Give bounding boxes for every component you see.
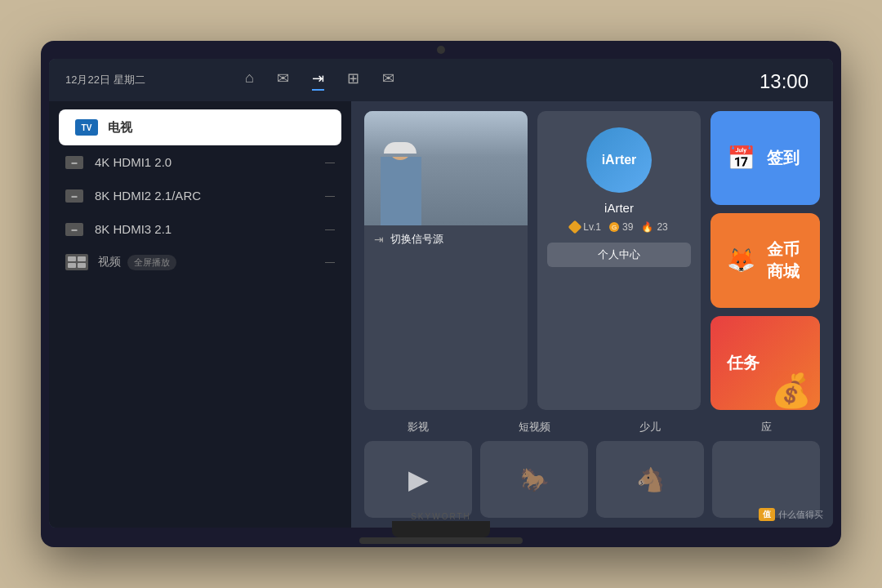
profile-card: iArter iArter Lv.1 G 39 [537, 111, 701, 410]
stat-level: Lv.1 [570, 221, 601, 233]
screen-content: 12月22日 星期二 ⌂ ✉ ⇥ ⊞ ✉ 13:00 [49, 59, 833, 528]
tv-camera [437, 46, 445, 54]
category-short-video[interactable]: 短视频 🐎 [480, 420, 588, 518]
checkin-label: 签到 [767, 147, 800, 169]
stat-coins: G 39 [609, 221, 633, 233]
source-preview [364, 111, 528, 225]
movies-card: ▶ [364, 441, 472, 518]
video-label: 视频 [98, 255, 121, 270]
watermark-badge: 值 [759, 508, 775, 521]
category-apps[interactable]: 应 [712, 420, 820, 518]
short-video-card: 🐎 [480, 441, 588, 518]
video-label-group: 视频 全屏播放 [98, 255, 325, 270]
video-grid-icon [65, 254, 88, 270]
sidebar-item-tv[interactable]: TV 电视 [59, 109, 341, 145]
sidebar-item-hdmi2[interactable]: ▬ 8K HDMI2 2.1/ARC — [49, 179, 351, 212]
movies-icon: ▶ [408, 464, 429, 495]
home-icon[interactable]: ⌂ [245, 69, 254, 91]
watermark: 值 什么值得买 [759, 508, 823, 521]
sidebar: TV 电视 ▬ 4K HDMI1 2.0 — ▬ [49, 101, 351, 528]
gold-shop-label: 金币商城 [767, 238, 804, 283]
kids-label: 少儿 [639, 420, 661, 434]
sidebar-item-video[interactable]: 视频 全屏播放 — [49, 246, 351, 278]
mail-icon[interactable]: ✉ [382, 69, 394, 91]
fire-icon: 🔥 [641, 221, 653, 233]
video-dash: — [325, 256, 335, 268]
source-card-bottom: ⇥ 切换信号源 [364, 225, 528, 253]
apps-card [712, 441, 820, 518]
nav-icons: ⌂ ✉ ⇥ ⊞ ✉ [245, 69, 817, 91]
sidebar-item-hdmi3[interactable]: ▬ 8K HDMI3 2.1 — [49, 212, 351, 246]
hdmi2-label: 8K HDMI2 2.1/ARC [95, 189, 201, 203]
profile-name: iArter [604, 201, 634, 215]
apps-label: 应 [761, 420, 772, 434]
top-bar: 12月22日 星期二 ⌂ ✉ ⇥ ⊞ ✉ 13:00 [49, 59, 833, 101]
profile-stats: Lv.1 G 39 🔥 23 [570, 221, 668, 233]
profile-center-button[interactable]: 个人中心 [547, 243, 691, 267]
preview-bg [364, 111, 528, 225]
tv-icon: TV [75, 119, 98, 136]
video-sublabel: 全屏播放 [127, 255, 176, 270]
input-icon[interactable]: ⇥ [312, 69, 324, 91]
tv-screen: 12月22日 星期二 ⌂ ✉ ⇥ ⊞ ✉ 13:00 [49, 59, 833, 528]
hdmi2-icon: ▬ [65, 189, 83, 203]
task-label: 任务 [727, 352, 760, 374]
kids-card: 🐴 [596, 441, 704, 518]
bottom-categories: 影视 ▶ 短视频 🐎 少儿 [364, 420, 820, 518]
date-display: 12月22日 星期二 [65, 73, 229, 87]
tv-base [359, 537, 523, 544]
kids-icon: 🐴 [636, 466, 665, 493]
switch-source-icon: ⇥ [374, 233, 384, 246]
tv-brand-label: SKYWORTH [411, 512, 471, 521]
coin-icon: G [609, 222, 619, 232]
main-area: TV 电视 ▬ 4K HDMI1 2.0 — ▬ [49, 101, 833, 528]
top-bar-left: 12月22日 星期二 [65, 73, 229, 87]
level-icon [568, 220, 582, 234]
gold-shop-button[interactable]: 🦊 金币商城 [710, 213, 820, 307]
tv-stand [392, 521, 490, 537]
task-deco-icon: 💰 [771, 372, 812, 410]
checkin-icon: 📅 [727, 145, 755, 172]
switch-source-label: 切换信号源 [390, 232, 443, 247]
short-video-label: 短视频 [519, 420, 550, 434]
tv-frame: 12月22日 星期二 ⌂ ✉ ⇥ ⊞ ✉ 13:00 [41, 41, 841, 547]
hdmi3-dash: — [325, 224, 335, 235]
gold-shop-icon: 🦊 [727, 247, 755, 274]
right-content: ⇥ 切换信号源 iArter iArter [351, 101, 833, 528]
action-buttons: 📅 签到 🦊 金币商城 任务 💰 [710, 111, 820, 410]
source-card[interactable]: ⇥ 切换信号源 [364, 111, 528, 410]
checkin-button[interactable]: 📅 签到 [710, 111, 820, 205]
fire-value: 23 [657, 221, 667, 233]
sidebar-item-hdmi1[interactable]: ▬ 4K HDMI1 2.0 — [49, 145, 351, 179]
envelope-icon[interactable]: ✉ [277, 69, 289, 91]
category-kids[interactable]: 少儿 🐴 [596, 420, 704, 518]
top-row: ⇥ 切换信号源 iArter iArter [364, 111, 820, 410]
task-button[interactable]: 任务 💰 [710, 316, 820, 410]
stat-fire: 🔥 23 [641, 221, 667, 233]
hdmi2-dash: — [325, 190, 335, 202]
level-value: Lv.1 [583, 221, 601, 233]
avatar-text: iArter [602, 153, 637, 167]
short-video-icon: 🐎 [520, 466, 549, 493]
hdmi3-icon: ▬ [65, 223, 83, 236]
hdmi1-label: 4K HDMI1 2.0 [95, 155, 172, 169]
hdmi3-label: 8K HDMI3 2.1 [95, 222, 172, 236]
hdmi1-dash: — [325, 157, 335, 168]
tv-label: 电视 [108, 120, 132, 136]
profile-avatar: iArter [586, 127, 652, 193]
screen-time-display: 13:00 [760, 70, 808, 93]
coins-value: 39 [622, 221, 633, 233]
movies-label: 影视 [408, 420, 429, 434]
watermark-text: 什么值得买 [778, 509, 823, 521]
grid-icon[interactable]: ⊞ [347, 69, 359, 91]
hdmi1-icon: ▬ [65, 156, 83, 169]
category-movies[interactable]: 影视 ▶ [364, 420, 472, 518]
